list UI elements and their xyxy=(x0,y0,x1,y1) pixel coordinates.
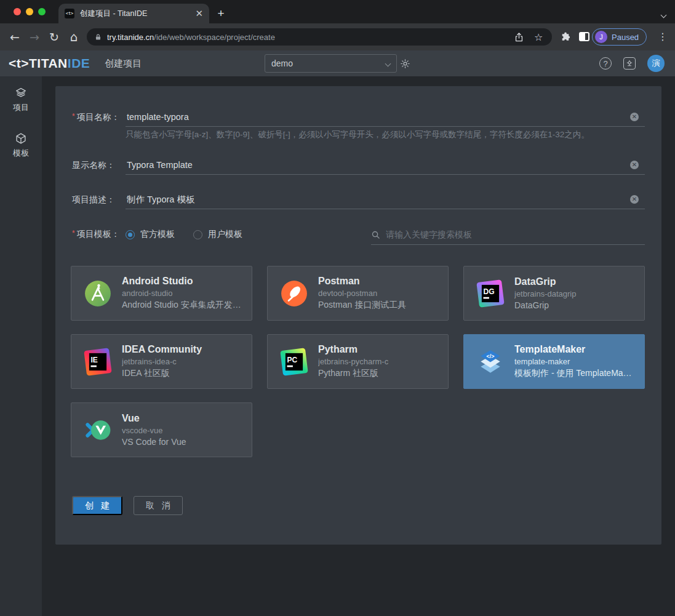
template-card-id: vscode-vue xyxy=(122,426,243,435)
help-icon[interactable]: ? xyxy=(599,57,612,70)
lock-icon[interactable] xyxy=(94,33,102,41)
project-desc-input[interactable] xyxy=(126,190,645,209)
template-card[interactable]: DG DataGrip jetbrains-datagrip DataGrip xyxy=(463,266,645,321)
template-card-id: jetbrains-pycharm-c xyxy=(318,357,439,366)
reload-button[interactable]: ↻ xyxy=(47,30,62,44)
create-button[interactable]: 创 建 xyxy=(72,496,122,515)
layers-icon xyxy=(14,86,28,100)
tab-title: 创建项目 - TitanIDE xyxy=(80,9,190,19)
svg-text:IE: IE xyxy=(91,355,98,364)
template-search-input[interactable] xyxy=(386,230,645,239)
browser-tab[interactable]: <t> 创建项目 - TitanIDE ✕ xyxy=(58,4,209,23)
template-card[interactable]: Android Studio android-studio Android St… xyxy=(71,266,252,321)
project-desc-row: 项目描述： ✕ xyxy=(72,190,645,209)
sidebar-item-label: 模板 xyxy=(13,148,29,159)
template-card[interactable]: Vue vscode-vue VS Code for Vue xyxy=(71,402,252,457)
display-name-label: 显示名称： xyxy=(72,156,126,171)
template-card[interactable]: IE IDEA Community jetbrains-idea-c IDEA … xyxy=(71,334,252,389)
idea-icon: IE xyxy=(84,348,112,376)
address-bar[interactable]: try.titanide.cn/ide/web/workspace/projec… xyxy=(87,28,552,46)
templatemaker-icon: </> xyxy=(476,348,505,376)
bookmark-star-icon[interactable]: ☆ xyxy=(534,32,545,42)
project-name-row: 项目名称： ✕ xyxy=(72,108,645,127)
template-card-id: template-maker xyxy=(514,357,636,366)
svg-text:DG: DG xyxy=(484,287,495,295)
radio-user-templates[interactable]: 用户模板 xyxy=(193,229,242,240)
clear-icon[interactable]: ✕ xyxy=(630,161,639,169)
template-card-title: Postman xyxy=(318,276,439,287)
datagrip-icon: DG xyxy=(476,279,505,308)
pycharm-icon: PC xyxy=(280,348,308,376)
window-minimize-button[interactable] xyxy=(26,8,33,15)
titanide-favicon-icon: <t> xyxy=(65,9,74,18)
template-card-description: Postman 接口测试工具 xyxy=(318,300,439,311)
url-host: try.titanide.cn xyxy=(107,33,154,42)
chevron-down-icon xyxy=(385,60,391,66)
clear-icon[interactable]: ✕ xyxy=(630,113,639,121)
template-card-id: android-studio xyxy=(122,289,243,298)
sidebar-item-projects[interactable]: 项目 xyxy=(0,86,42,113)
template-card-id: jetbrains-datagrip xyxy=(514,289,636,298)
display-name-input[interactable] xyxy=(126,156,645,174)
browser-menu-icon[interactable]: ⋮ xyxy=(658,30,668,44)
project-name-hint: 只能包含小写字母[a-z]、数字[0-9]、破折号[-]，必须以小写字母开头，必… xyxy=(126,129,625,140)
template-card-title: IDEA Community xyxy=(122,344,243,355)
tab-search-chevron-icon[interactable] xyxy=(661,9,668,15)
template-card-description: Pytharm 社区版 xyxy=(318,368,439,379)
template-card-description: Android Studio 安卓集成开发环... xyxy=(122,300,243,311)
template-grid: Android Studio android-studio Android St… xyxy=(71,266,646,471)
profile-chip[interactable]: J Paused xyxy=(592,28,647,46)
window-close-button[interactable] xyxy=(14,8,21,15)
sidebar-item-label: 项目 xyxy=(13,102,29,113)
display-name-row: 显示名称： ✕ xyxy=(72,156,645,175)
sidebar-item-templates[interactable]: 模板 xyxy=(0,132,42,159)
clear-icon[interactable]: ✕ xyxy=(630,195,639,204)
url-text: try.titanide.cn/ide/web/workspace/projec… xyxy=(107,33,514,42)
template-card[interactable]: PC Pytharm jetbrains-pycharm-c Pytharm 社… xyxy=(267,334,449,389)
template-card-title: Pytharm xyxy=(318,344,439,355)
user-avatar[interactable]: 演 xyxy=(647,55,665,72)
app-header: <t>TITANIDE 创建项目 demo ? 演 xyxy=(0,50,675,76)
postman-icon xyxy=(280,279,308,308)
template-search xyxy=(371,225,645,245)
radio-dot-icon xyxy=(126,230,135,239)
profile-status: Paused xyxy=(612,33,639,42)
new-tab-button[interactable]: + xyxy=(213,6,229,22)
workspace-settings-gear-icon[interactable] xyxy=(400,58,410,69)
cancel-button[interactable]: 取 消 xyxy=(134,496,183,515)
side-panel-icon[interactable] xyxy=(579,32,589,41)
share-icon[interactable] xyxy=(514,32,524,42)
window-zoom-button[interactable] xyxy=(38,8,46,15)
browser-tab-strip: <t> 创建项目 - TitanIDE ✕ + xyxy=(0,0,675,23)
radio-official-templates[interactable]: 官方模板 xyxy=(126,229,175,240)
template-card-title: Vue xyxy=(122,413,243,424)
android-studio-icon xyxy=(84,279,112,308)
template-card-description: DataGrip xyxy=(514,300,636,310)
page-title: 创建项目 xyxy=(105,58,142,70)
extensions-puzzle-icon[interactable] xyxy=(560,31,571,42)
cube-icon xyxy=(14,132,28,145)
tab-close-icon[interactable]: ✕ xyxy=(195,8,203,19)
console-settings-icon[interactable] xyxy=(623,57,636,70)
project-desc-label: 项目描述： xyxy=(72,190,126,206)
project-template-label: 项目模板： xyxy=(72,225,126,240)
template-card-id: devtool-postman xyxy=(318,289,439,298)
back-button[interactable]: ← xyxy=(7,30,22,44)
template-card-id: jetbrains-idea-c xyxy=(122,357,243,366)
template-card-title: Android Studio xyxy=(122,276,243,287)
template-card[interactable]: Postman devtool-postman Postman 接口测试工具 xyxy=(267,266,449,321)
search-icon xyxy=(371,230,380,239)
workspace-select[interactable]: demo xyxy=(265,54,397,73)
sidebar: 项目 模板 xyxy=(0,76,42,616)
form-actions: 创 建 取 消 xyxy=(72,496,183,515)
home-button[interactable]: ⌂ xyxy=(66,30,81,44)
template-card-description: IDEA 社区版 xyxy=(122,368,243,379)
url-path: /ide/web/workspace/project/create xyxy=(154,33,275,42)
template-card-description: 模板制作 - 使用 TemplateMaker ... xyxy=(514,368,636,379)
template-card[interactable]: </> TemplateMaker template-maker 模板制作 - … xyxy=(463,334,645,389)
forward-button[interactable]: → xyxy=(27,30,42,44)
create-project-panel: 项目名称： ✕ 只能包含小写字母[a-z]、数字[0-9]、破折号[-]，必须以… xyxy=(55,86,661,545)
svg-text:PC: PC xyxy=(287,355,298,364)
titanide-logo[interactable]: <t>TITANIDE xyxy=(9,56,90,71)
project-name-input[interactable] xyxy=(126,108,645,126)
